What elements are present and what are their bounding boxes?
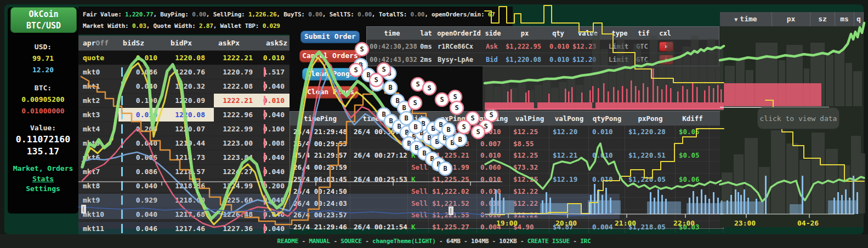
footer-item[interactable]: 102KB [499,238,517,245]
row-label: mkt1 [78,79,118,93]
cell-bidpx: 1220.08 [166,108,214,122]
trade-row[interactable]: 26/4 00:29:53 Sell $1,221.93 0.007 $8.55 [290,137,723,149]
trade-val-pong: $12.21 [549,150,589,162]
footer-item[interactable]: - [298,238,309,245]
open-order-row[interactable]: 00:42:30,238 0ms r1RCe86Cx Ask $1,222.95… [367,39,719,53]
cell-bidpx: 1219.44 [166,136,214,150]
usd-balance-2: 12.20 [8,66,78,74]
trade-side: K [408,150,429,162]
trade-kdiff: $0.03 [676,221,710,233]
row-label: mkt4 [78,122,118,136]
trades-column-header: side [408,114,429,123]
orderbook-row[interactable]: mkt8 0.040 1218.56 1224.99 0.200 [78,178,290,193]
orderbook-row[interactable]: mkt11 0.046 1217.46 1227.36 0.040 [78,221,290,235]
orderbook-row[interactable]: mkt1 0.040 1220.32 1222.08 0.040 [78,79,290,93]
row-label: mkt3 [78,108,118,122]
footer-item[interactable]: - [489,238,499,245]
pair-logo-button[interactable]: OkCoin BTC/USD [10,7,77,33]
trades-header: timePingtimePongsidepxPingqtyPingvalPing… [290,112,723,125]
footer-item[interactable]: - [436,238,446,245]
trade-kdiff [676,186,710,197]
footer-item[interactable]: changeTheme(LIGHT) [372,238,436,245]
trade-row[interactable]: 26/4 00:25:59 Sell $1,221.99 0.060 $73.3… [290,161,723,173]
cell-askpx: 1223.00 [214,136,262,150]
footer-item[interactable]: - [461,238,471,245]
footer-item[interactable]: - [570,238,580,245]
cell-askpx: 1222.96 [214,108,262,122]
trade-row[interactable]: 25/4 21:29:57 26/4 00:27:12 K $1,225.21 … [290,149,723,162]
order-time: 00:42:43,032 [367,56,417,64]
nav-market-link[interactable]: Market [13,164,39,172]
trade-side: K [408,221,429,233]
orders-column-header: value [570,30,606,37]
cancel-order-icon[interactable]: ✕ [659,55,673,65]
row-label: quote [78,51,118,65]
trade-val-ping: $4.90 [510,221,549,233]
cell-asksz: 0.010 [262,94,290,107]
trade-val-pong: $12.19 [549,174,589,185]
order-type: Limit [606,56,633,64]
trade-px-pong: $1,220.05 [625,174,676,185]
col-ms[interactable]: ms [835,12,854,26]
trade-row[interactable]: 25/4 06:03:45 26/4 00:25:53 K $1,225.25 … [290,173,723,185]
trade-val-pong [549,162,589,173]
cancel-order-icon[interactable]: ✕ [659,42,673,51]
cell-asksz: 0.200 [262,179,290,193]
cell-bidsz: 0.040 [118,179,166,193]
footer-item[interactable]: 64MB [446,238,461,245]
trade-val-ping: $8.55 [510,138,549,149]
orderbook-row[interactable]: mkt5 0.040 1219.44 1223.00 0.008 [78,136,290,150]
orderbook-row[interactable]: quote 0.010 1220.08 1222.21 0.010 [78,50,290,65]
trade-val-pong: $12.20 [549,126,589,137]
trade-qty-pong: 0.010 [589,126,625,137]
orderbook-row[interactable]: mkt0 0.086 1220.76 1220.79 1.517 [78,65,290,79]
trade-px-ping: $1,225.25 [429,174,477,185]
trade-row[interactable]: 25/4 21:29:46 26/4 00:21:54 K $1,225.27 … [290,221,723,233]
orderbook-row[interactable]: mkt2 0.100 1220.09 1222.21 0.010 [78,93,290,107]
footer-item[interactable]: - [362,238,372,245]
nav-stats-link[interactable]: Stats [32,175,54,183]
col-asksz: askSz [262,39,290,47]
trade-qty-ping: 0.007 [477,138,510,149]
footer-item[interactable]: 104MB [471,238,489,245]
nav-orders-link[interactable]: Orders [47,164,73,172]
col-px[interactable]: px [772,12,810,26]
cell-askpx: 1224.99 [214,179,262,193]
order-latency: 0ms [417,43,435,50]
footer-item[interactable]: CREATE ISSUE [527,238,570,245]
footer-item[interactable]: - [330,238,341,245]
open-order-row[interactable]: 00:42:43,032 2ms Bysy-LpAe Bid $1,220.08… [367,53,719,66]
orders-column-header: qty [547,30,570,37]
clean-pongs-button[interactable]: Clean Pongs [302,68,359,80]
order-tif: GTC [633,43,654,50]
col-qty-clipped[interactable]: q [854,12,864,26]
footer-item[interactable]: SOURCE [341,238,362,245]
footer-item[interactable]: MANUAL [309,238,330,245]
orderbook-row[interactable]: mkt6 0.086 1218.73 1223.84 0.040 [78,150,290,164]
trade-val-ping: $73.32 [510,162,549,173]
cancel-orders-button[interactable]: Cancel Orders [299,50,361,62]
value-usd: 135.17 [8,146,78,157]
orderbook-row[interactable]: mkt4 0.200 1220.07 1222.99 0.100 [78,122,290,136]
nav-settings-link[interactable]: Settings [26,184,60,193]
col-time-sorted[interactable]: ▼time [720,12,772,26]
trade-kdiff: $0.06 [676,174,710,185]
trade-row[interactable]: 25/4 21:29:48 26/4 00:30:11 K $1,225.15 … [290,125,723,137]
trade-px-pong: $1,218.05 [625,221,676,233]
clean-pings-button[interactable]: Clean Pings [303,86,359,99]
cell-askpx: 1222.08 [214,79,262,93]
footer-item[interactable]: README [277,238,299,245]
chart-tooltip[interactable]: click to view data [757,107,839,129]
orderbook-row[interactable]: mkt7 0.086 1218.57 1224.27 0.040 [78,164,290,178]
order-px: $1,222.95 [503,43,547,50]
footer-item[interactable]: IRC [580,238,591,245]
trade-time-ping: 25/4 21:29:57 [290,150,350,162]
trade-qty-ping: 0.060 [477,162,510,173]
trades-column-header: valPong [549,114,589,123]
col-sz[interactable]: sz [810,12,835,26]
trade-time-ping: 26/4 00:25:59 [290,162,350,173]
col-bidsz: bidSz [118,39,166,47]
submit-order-button[interactable]: Submit Order [300,31,360,43]
orderbook-row[interactable]: mkt3 0.010 1220.08 1222.96 0.040 [78,107,290,122]
footer-item[interactable]: - [517,238,527,245]
